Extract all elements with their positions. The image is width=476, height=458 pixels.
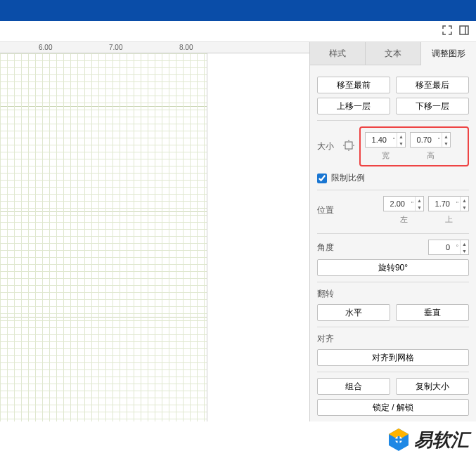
spinner-down-icon[interactable]: ▼ (442, 140, 450, 147)
spinner-up-icon[interactable]: ▲ (416, 197, 423, 204)
group-button[interactable]: 组合 (317, 378, 390, 395)
tab-arrange[interactable]: 调整图形 (421, 42, 476, 65)
backward-button[interactable]: 下移一层 (396, 98, 469, 115)
angle-input[interactable]: 0 ° ▲▼ (428, 240, 469, 255)
spinner-down-icon[interactable]: ▼ (397, 140, 405, 147)
section-misc: 组合 复制大小 锁定 / 解锁 (317, 372, 469, 421)
angle-label: 角度 (317, 242, 338, 254)
expand-icon[interactable] (442, 25, 452, 38)
ruler-horizontal: 6.00 7.00 8.00 (0, 42, 309, 53)
panel-tabs: 样式 文本 调整图形 (310, 42, 476, 65)
constrain-label: 限制比例 (331, 172, 365, 184)
width-input[interactable]: 1.40 " ▲▼ (365, 132, 406, 148)
forward-button[interactable]: 上移一层 (317, 98, 390, 115)
autosize-icon[interactable] (342, 140, 355, 153)
section-zorder: 移至最前 移至最后 上移一层 下移一层 (317, 71, 469, 121)
spinner-up-icon[interactable]: ▲ (461, 197, 468, 204)
constrain-checkbox[interactable] (317, 174, 327, 183)
left-sublabel: 左 (400, 214, 408, 225)
flip-vertical-button[interactable]: 垂直 (396, 304, 469, 321)
canvas-grid[interactable] (0, 53, 207, 421)
svg-rect-2 (345, 142, 352, 149)
watermark-text: 易软汇 (414, 428, 469, 452)
section-angle: 角度 0 ° ▲▼ 旋转90° (317, 234, 469, 282)
flip-horizontal-button[interactable]: 水平 (317, 304, 390, 321)
spinner-up-icon[interactable]: ▲ (442, 133, 450, 140)
lock-unlock-button[interactable]: 锁定 / 解锁 (317, 399, 469, 416)
ruler-tick: 7.00 (109, 44, 122, 51)
rotate-90-button[interactable]: 旋转90° (317, 259, 469, 276)
svg-rect-0 (460, 26, 468, 34)
to-back-button[interactable]: 移至最后 (396, 77, 469, 93)
width-sublabel: 宽 (382, 150, 390, 161)
to-front-button[interactable]: 移至最前 (317, 77, 390, 93)
size-label: 大小 (317, 140, 338, 152)
ruler-tick: 6.00 (39, 44, 52, 51)
position-label: 位置 (317, 204, 338, 216)
copy-size-button[interactable]: 复制大小 (396, 378, 469, 395)
tab-style[interactable]: 样式 (310, 42, 366, 65)
watermark: 易软汇 (387, 427, 469, 452)
section-position: 位置 2.00 " ▲▼ 左 1 (317, 190, 469, 234)
panel-toggle-icon[interactable] (459, 25, 469, 38)
top-sublabel: 上 (445, 214, 453, 225)
section-size: 大小 1.40 " ▲▼ (317, 121, 469, 190)
size-highlight-box: 1.40 " ▲▼ 宽 0.70 " ▲▼ (359, 126, 469, 166)
spinner-down-icon[interactable]: ▼ (461, 204, 468, 211)
height-input[interactable]: 0.70 " ▲▼ (410, 132, 451, 148)
side-panel: 样式 文本 调整图形 移至最前 移至最后 上移一层 下移一层 大小 (309, 42, 476, 421)
spinner-down-icon[interactable]: ▼ (416, 204, 423, 211)
title-bar (0, 0, 476, 21)
ruler-tick: 8.00 (179, 44, 193, 51)
tab-text[interactable]: 文本 (366, 42, 421, 65)
top-input[interactable]: 1.70 " ▲▼ (428, 196, 469, 211)
spinner-up-icon[interactable]: ▲ (397, 133, 405, 140)
top-icon-bar (0, 21, 476, 42)
snap-to-grid-button[interactable]: 对齐到网格 (317, 349, 469, 366)
section-flip: 翻转 水平 垂直 (317, 282, 469, 327)
align-label: 对齐 (317, 333, 469, 345)
height-sublabel: 高 (427, 150, 435, 161)
section-align: 对齐 对齐到网格 (317, 327, 469, 372)
watermark-logo-icon (387, 427, 410, 452)
spinner-up-icon[interactable]: ▲ (461, 240, 468, 247)
canvas-offpage (207, 53, 309, 421)
flip-label: 翻转 (317, 288, 469, 300)
svg-rect-7 (395, 439, 402, 441)
left-input[interactable]: 2.00 " ▲▼ (383, 196, 424, 211)
canvas-area[interactable]: 6.00 7.00 8.00 (0, 42, 309, 421)
spinner-down-icon[interactable]: ▼ (461, 247, 468, 254)
